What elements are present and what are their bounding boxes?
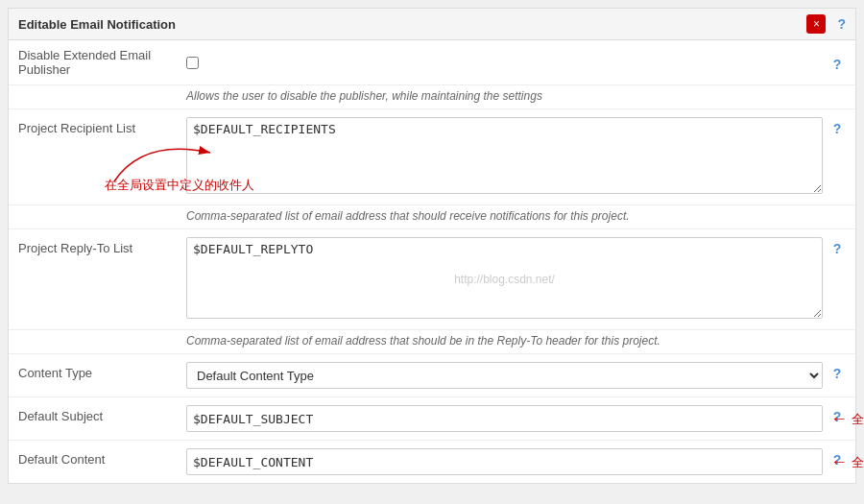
disable-hint: Allows the user to disable the publisher…	[9, 85, 855, 109]
default-subject-label: Default Subject	[18, 405, 186, 423]
recipient-textarea[interactable]	[186, 117, 823, 194]
disable-control	[186, 57, 823, 69]
content-type-help: ?	[823, 362, 846, 381]
recipient-list-row: Project Recipient List ?	[9, 109, 855, 205]
default-content-input[interactable]	[186, 448, 823, 475]
disable-help-icon[interactable]: ?	[833, 57, 842, 72]
default-subject-row: Default Subject ← 全局设置中设置的默认邮件主题 ?	[9, 397, 855, 441]
panel: Editable Email Notification × ? Disable …	[8, 8, 856, 484]
default-content-label: Default Content	[18, 448, 186, 467]
replyto-textarea[interactable]	[186, 237, 823, 319]
panel-close-button[interactable]: ×	[806, 14, 826, 34]
disable-label: Disable Extended Email Publisher	[18, 48, 186, 77]
replyto-hint: Comma-separated list of email address th…	[9, 330, 855, 354]
disable-row: Disable Extended Email Publisher ?	[9, 40, 855, 85]
replyto-row: Project Reply-To List http://blog.csdn.n…	[9, 229, 855, 330]
default-content-control: ← 全局设置中设置的默认内容	[186, 448, 823, 475]
recipient-label: Project Recipient List	[18, 117, 186, 135]
main-container: Editable Email Notification × ? Disable …	[0, 0, 864, 504]
recipient-hint: Comma-separated list of email address th…	[9, 205, 855, 229]
recipient-control	[186, 117, 823, 197]
panel-body: Disable Extended Email Publisher ? Allow…	[9, 40, 855, 483]
replyto-label: Project Reply-To List	[18, 237, 186, 255]
content-type-control: Default Content Type HTML Plain Text Bot…	[186, 362, 823, 389]
replyto-control: http://blog.csdn.net/	[186, 237, 823, 322]
disable-help: ?	[823, 53, 846, 72]
panel-help-icon[interactable]: ?	[837, 16, 846, 32]
replyto-help: ?	[823, 237, 846, 256]
content-annotation-text: 全局设置中设置的默认内容	[852, 453, 864, 470]
panel-title: Editable Email Notification	[18, 17, 176, 32]
content-type-row: Content Type Default Content Type HTML P…	[9, 354, 855, 397]
default-subject-control: ← 全局设置中设置的默认邮件主题	[186, 405, 823, 432]
content-type-select[interactable]: Default Content Type HTML Plain Text Bot…	[186, 362, 823, 389]
panel-header: Editable Email Notification × ?	[9, 9, 855, 40]
default-content-help-icon[interactable]: ?	[833, 452, 842, 468]
default-subject-input[interactable]	[186, 405, 823, 432]
content-type-label: Content Type	[18, 362, 186, 380]
subject-annotation-text: 全局设置中设置的默认邮件主题	[852, 410, 864, 427]
content-type-help-icon[interactable]: ?	[833, 366, 842, 381]
recipient-help: ?	[823, 117, 846, 136]
default-content-row: Default Content ← 全局设置中设置的默认内容 ?	[9, 441, 855, 483]
disable-checkbox[interactable]	[186, 57, 199, 69]
recipient-help-icon[interactable]: ?	[833, 121, 842, 136]
default-content-help: ?	[823, 448, 846, 468]
default-subject-help: ?	[823, 405, 846, 424]
replyto-help-icon[interactable]: ?	[833, 241, 842, 256]
default-subject-help-icon[interactable]: ?	[833, 409, 842, 424]
